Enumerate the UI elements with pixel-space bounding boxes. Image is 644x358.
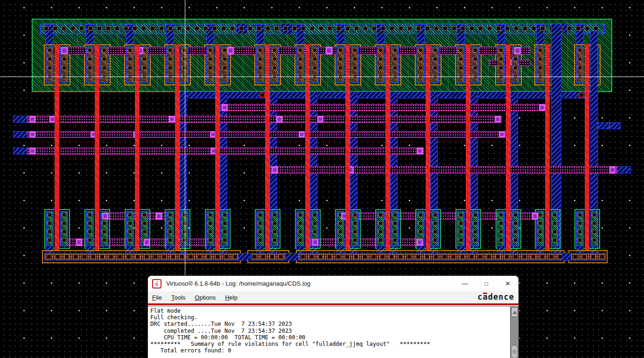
contact [258, 230, 262, 234]
contact [208, 66, 212, 70]
rail-contact [372, 26, 377, 31]
crosshair-horizontal [0, 77, 644, 77]
rail-contact [135, 254, 140, 259]
contact [578, 221, 582, 225]
rail-contact [186, 26, 190, 31]
rail-contact [336, 254, 341, 259]
contact [393, 213, 397, 217]
via [227, 47, 234, 54]
contact [88, 230, 92, 234]
via [417, 148, 423, 154]
rail-contact [279, 254, 283, 259]
contact [553, 221, 557, 225]
rail-contact [371, 254, 376, 259]
contact [102, 238, 106, 242]
rail-contact [514, 26, 518, 31]
rail-contact [363, 26, 368, 31]
contact [62, 221, 66, 225]
via [156, 213, 162, 219]
contact [168, 238, 172, 242]
contact [168, 48, 172, 52]
contact [473, 238, 477, 242]
contact [102, 66, 106, 70]
rail-contact [118, 254, 122, 259]
contact [258, 57, 262, 61]
contact [102, 221, 106, 225]
contact [298, 221, 302, 225]
window-title-bar[interactable]: c̄ Virtuoso® 6.1.8-64b - Log: /home/maga… [148, 276, 518, 291]
contact [499, 230, 503, 234]
rail-contact [109, 254, 113, 259]
rail-contact [115, 26, 119, 31]
poly-gate [545, 44, 550, 250]
rail-contact [434, 254, 438, 259]
contact [459, 238, 463, 242]
via [169, 116, 175, 122]
rail-contact [407, 254, 412, 259]
poly-gate [345, 44, 350, 250]
contact [499, 221, 503, 225]
log-line: Flat mode [150, 308, 508, 314]
contact [473, 57, 477, 61]
io-stub [609, 122, 621, 129]
poly-gate [95, 44, 99, 250]
contact [338, 66, 343, 70]
contact [459, 221, 463, 225]
contact [258, 238, 262, 242]
contact [433, 213, 437, 217]
contact [338, 48, 343, 52]
rail-contact [257, 26, 261, 31]
rail-contact [144, 254, 149, 259]
rail-contact [443, 26, 448, 31]
menu-file[interactable]: File [152, 294, 162, 301]
close-button[interactable]: ✕ [497, 276, 518, 291]
contact [513, 238, 518, 242]
rail-contact [70, 26, 75, 31]
wire-stub [13, 147, 28, 154]
contact [553, 238, 557, 242]
rail-contact [44, 26, 49, 31]
contact [223, 238, 227, 242]
contact [62, 238, 66, 242]
rail-contact [124, 26, 128, 31]
minimize-button[interactable]: — [454, 276, 476, 291]
rail-contact [469, 254, 474, 259]
contact [513, 57, 518, 61]
contact [168, 57, 172, 61]
rail-contact [301, 26, 306, 31]
rail-contact [591, 254, 595, 259]
scroll-up-button[interactable] [511, 307, 518, 317]
menu-tools[interactable]: Tools [171, 294, 185, 301]
menu-help[interactable]: Help [225, 294, 238, 301]
rail-contact [91, 254, 96, 259]
rail-contact [532, 26, 536, 31]
rail-contact [460, 254, 465, 259]
rail-contact [416, 26, 421, 31]
contact [499, 48, 503, 52]
contact [578, 57, 582, 61]
menu-bar: File Tools Options Help cadence [148, 291, 518, 303]
contact [62, 213, 66, 217]
contact [499, 66, 503, 70]
log-line: CPU TIME = 00:00:00 TOTAL TIME = 00:00:0… [150, 334, 508, 341]
rail-contact [100, 254, 105, 259]
rail-contact [274, 26, 279, 31]
scroll-thumb[interactable] [511, 345, 518, 358]
contact [48, 230, 52, 234]
scrollbar[interactable] [510, 307, 518, 358]
rail-contact [327, 254, 332, 259]
up-arrow-icon [512, 310, 517, 314]
contact [378, 66, 383, 70]
menu-options[interactable]: Options [195, 294, 216, 301]
maximize-button[interactable]: □ [476, 276, 497, 291]
contact [223, 213, 227, 217]
contact [102, 230, 106, 234]
contact [128, 213, 132, 217]
contact [168, 221, 172, 225]
contact [223, 221, 227, 225]
rail-contact [478, 254, 483, 259]
rail-contact [540, 254, 545, 259]
rail-connector [562, 253, 571, 260]
contact [353, 230, 357, 234]
contact [142, 221, 147, 225]
